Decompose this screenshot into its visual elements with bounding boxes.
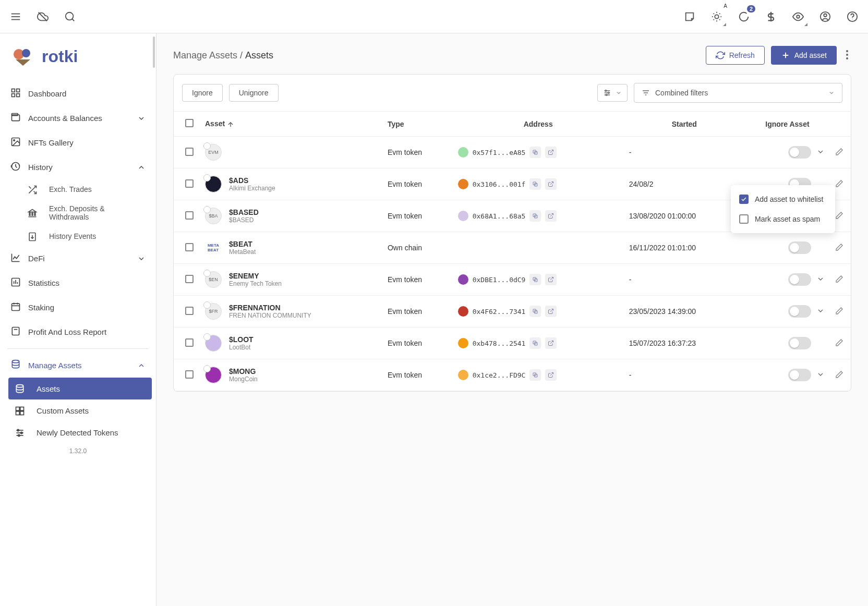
copy-address-button[interactable] xyxy=(529,210,541,222)
asset-cell: $BA $BASED $BASED xyxy=(205,208,377,224)
divider xyxy=(7,348,149,349)
row-checkbox[interactable] xyxy=(185,307,194,315)
row-checkbox[interactable] xyxy=(185,338,194,347)
copy-address-button[interactable] xyxy=(529,274,541,285)
sidebar-item-staking[interactable]: Staking xyxy=(0,295,156,320)
sidebar-item-profit-and-loss-report[interactable]: Profit And Loss Report xyxy=(0,320,156,344)
row-expand-button[interactable] xyxy=(816,148,825,157)
theme-button[interactable]: A xyxy=(707,7,726,26)
sync-button[interactable]: 2 xyxy=(734,7,753,26)
privacy-button[interactable] xyxy=(789,7,807,26)
col-asset[interactable]: Asset xyxy=(200,112,382,137)
row-checkbox[interactable] xyxy=(185,243,194,251)
breadcrumb-parent[interactable]: Manage Assets xyxy=(173,50,237,60)
sidebar-item-manage-assets[interactable]: Manage Assets xyxy=(0,353,156,378)
ignore-toggle[interactable] xyxy=(788,146,811,159)
open-external-button[interactable] xyxy=(545,147,557,158)
started-cell: - xyxy=(624,264,745,296)
sidebar-item-defi[interactable]: DeFi xyxy=(0,246,156,271)
open-external-button[interactable] xyxy=(545,274,557,285)
sidebar-subitem-custom-assets[interactable]: Custom Assets xyxy=(4,399,156,421)
row-checkbox[interactable] xyxy=(185,370,194,379)
edit-row-button[interactable] xyxy=(835,149,843,157)
help-button[interactable] xyxy=(843,7,862,26)
copy-address-button[interactable] xyxy=(529,337,541,349)
chain-icon xyxy=(458,306,468,317)
copy-address-button[interactable] xyxy=(529,147,541,158)
sidebar-item-dashboard[interactable]: Dashboard xyxy=(0,81,156,106)
ignore-toggle[interactable] xyxy=(788,305,811,318)
logo[interactable]: rotki xyxy=(0,38,156,81)
combined-filters-input[interactable]: Combined filters xyxy=(634,83,842,103)
row-checkbox[interactable] xyxy=(185,148,194,156)
svg-line-106 xyxy=(550,373,553,376)
open-external-button[interactable] xyxy=(545,306,557,317)
currency-button[interactable] xyxy=(762,7,780,26)
sidebar-item-nfts-gallery[interactable]: NFTs Gallery xyxy=(0,130,156,155)
edit-row-button[interactable] xyxy=(835,276,843,285)
copy-address-button[interactable] xyxy=(529,369,541,381)
edit-row-button[interactable] xyxy=(835,372,843,380)
svg-point-6 xyxy=(715,15,718,18)
open-external-button[interactable] xyxy=(545,337,557,349)
ignore-toggle[interactable] xyxy=(788,369,811,381)
row-checkbox[interactable] xyxy=(185,179,194,188)
asset-cell: $FR $FRENNATION FREN NATION COMMUNITY xyxy=(205,303,377,320)
ignore-button[interactable]: Ignore xyxy=(182,84,223,102)
refresh-button[interactable]: Refresh xyxy=(706,46,765,65)
col-type[interactable]: Type xyxy=(382,112,453,137)
asset-cell: $LOOT LootBot xyxy=(205,335,377,352)
sidebar-item-accounts-balances[interactable]: Accounts & Balances xyxy=(0,106,156,130)
row-checkbox[interactable] xyxy=(185,275,194,283)
open-external-button[interactable] xyxy=(545,210,557,222)
ignore-toggle[interactable] xyxy=(788,337,811,349)
search-button[interactable] xyxy=(61,7,79,26)
unignore-button[interactable]: Unignore xyxy=(229,84,279,102)
table-row: METABEAT $BEAT MetaBeat Own chain 16/11/… xyxy=(174,232,851,264)
ignore-toggle[interactable] xyxy=(788,273,811,286)
nav-label: Custom Assets xyxy=(37,406,89,415)
open-external-button[interactable] xyxy=(545,178,557,190)
select-all-checkbox[interactable] xyxy=(185,119,194,127)
address-cell: 0x68A1...68a5 xyxy=(458,210,619,222)
add-asset-button[interactable]: Add asset xyxy=(771,46,837,65)
edit-row-button[interactable] xyxy=(835,181,843,189)
ignore-toggle[interactable] xyxy=(788,241,811,254)
chart-icon xyxy=(10,252,21,264)
svg-rect-61 xyxy=(16,407,20,411)
more-menu-button[interactable] xyxy=(843,47,851,64)
row-expand-button[interactable] xyxy=(816,275,825,285)
spam-option[interactable]: Mark asset as spam xyxy=(731,209,835,229)
scrollbar[interactable] xyxy=(153,37,155,68)
sidebar-subitem-exch-trades[interactable]: Exch. Trades xyxy=(27,179,156,199)
row-checkbox[interactable] xyxy=(185,211,194,220)
sidebar-item-history[interactable]: History xyxy=(0,155,156,179)
copy-address-button[interactable] xyxy=(529,178,541,190)
note-button[interactable] xyxy=(680,7,699,26)
edit-row-button[interactable] xyxy=(835,340,843,348)
sidebar-subitem-history-events[interactable]: History Events xyxy=(27,226,156,246)
address-cell: 0x1ce2...FD9C xyxy=(458,369,619,381)
account-button[interactable] xyxy=(816,7,835,26)
whitelist-option[interactable]: Add asset to whitelist xyxy=(731,189,835,209)
copy-address-button[interactable] xyxy=(529,306,541,317)
edit-row-button[interactable] xyxy=(835,213,843,221)
col-started[interactable]: Started xyxy=(624,112,745,137)
cloud-off-button[interactable] xyxy=(33,7,52,26)
row-expand-button[interactable] xyxy=(816,370,825,380)
type-cell: Evm token xyxy=(382,328,453,359)
edit-row-button[interactable] xyxy=(835,308,843,317)
sidebar-subitem-newly-detected-tokens[interactable]: Newly Detected Tokens xyxy=(4,421,156,443)
open-external-button[interactable] xyxy=(545,369,557,381)
sidebar-subitem-exch-deposits-withdrawals[interactable]: Exch. Deposits & Withdrawals xyxy=(27,199,156,226)
sidebar-item-statistics[interactable]: Statistics xyxy=(0,271,156,295)
col-address[interactable]: Address xyxy=(453,112,624,137)
filter-settings-button[interactable] xyxy=(597,84,628,102)
row-expand-button[interactable] xyxy=(816,307,825,317)
menu-button[interactable] xyxy=(6,7,25,26)
col-ignore[interactable]: Ignore Asset xyxy=(745,112,830,137)
svg-rect-52 xyxy=(12,328,19,335)
sidebar-subitem-assets[interactable]: Assets xyxy=(8,378,152,399)
sync-icon xyxy=(738,11,750,22)
edit-row-button[interactable] xyxy=(835,245,843,253)
